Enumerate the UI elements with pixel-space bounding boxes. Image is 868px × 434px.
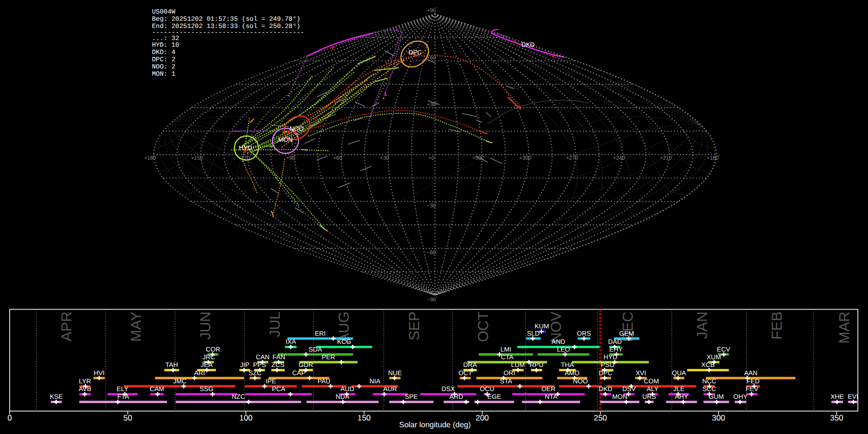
svg-text:+300°: +300°: [519, 155, 533, 161]
svg-text:QUA: QUA: [672, 369, 686, 377]
svg-text:FEB: FEB: [769, 312, 785, 339]
svg-text:DRA: DRA: [463, 361, 477, 368]
svg-text:ORI: ORI: [503, 369, 515, 377]
svg-text:100: 100: [239, 414, 253, 422]
svg-text:+90°: +90°: [427, 7, 437, 14]
svg-text:ORS: ORS: [577, 330, 591, 337]
svg-text:ECV: ECV: [717, 346, 730, 353]
svg-text:JLE: JLE: [673, 385, 684, 393]
svg-text:+150°: +150°: [191, 155, 204, 161]
svg-text:AND: AND: [552, 338, 566, 345]
svg-text:OCU: OCU: [480, 385, 494, 393]
svg-text:DPC: 2: DPC: 2: [152, 56, 176, 64]
svg-text:IPE: IPE: [266, 378, 276, 385]
svg-text:LYR: LYR: [79, 378, 92, 385]
svg-text:HYD: 10: HYD: 10: [152, 42, 179, 49]
svg-text:NIA: NIA: [369, 378, 380, 385]
svg-text:OCT: OCT: [475, 312, 491, 342]
svg-text:DSX: DSX: [442, 385, 455, 393]
svg-text:350: 350: [830, 414, 843, 422]
svg-text:SSG: SSG: [200, 385, 214, 393]
svg-text:GDR: GDR: [298, 361, 313, 368]
svg-text:+90°: +90°: [286, 155, 297, 161]
svg-text:CTA: CTA: [501, 353, 514, 361]
svg-text:NTA: NTA: [545, 393, 557, 400]
svg-text:MAY: MAY: [128, 312, 144, 342]
svg-text:EVI: EVI: [848, 393, 858, 400]
svg-text:+180°: +180°: [707, 155, 720, 161]
svg-text:MON: MON: [278, 136, 293, 143]
svg-text:Beg: 20251202 01:57:35 (sol =: Beg: 20251202 01:57:35 (sol = 249.78°): [152, 16, 300, 23]
svg-text:+240°: +240°: [613, 155, 626, 161]
svg-text:COR: COR: [206, 346, 220, 353]
svg-text:CAN: CAN: [256, 353, 270, 361]
svg-text:GEM: GEM: [619, 330, 634, 337]
svg-text:PSU: PSU: [601, 361, 614, 368]
svg-text:LUM: LUM: [511, 361, 525, 368]
svg-text:AUR: AUR: [383, 385, 397, 393]
svg-text:NOO: NOO: [289, 125, 304, 132]
svg-text:TAH: TAH: [165, 361, 178, 368]
svg-text:PCA: PCA: [272, 385, 285, 393]
svg-text:KCG: KCG: [337, 338, 351, 345]
svg-text:FAN: FAN: [272, 353, 285, 361]
svg-text:OER: OER: [542, 385, 556, 393]
svg-text:SDA: SDA: [309, 346, 322, 353]
svg-text:IXA: IXA: [285, 338, 296, 345]
svg-text:+180°: +180°: [144, 155, 158, 161]
svg-text:HVI: HVI: [94, 369, 105, 377]
svg-text:DKD: 4: DKD: 4: [152, 49, 176, 56]
svg-text:PAU: PAU: [318, 378, 331, 385]
svg-text:300: 300: [712, 414, 725, 422]
svg-text:ERI: ERI: [315, 330, 326, 337]
svg-text:MAR: MAR: [837, 312, 853, 344]
svg-text:NOO: 2: NOO: 2: [152, 64, 176, 71]
svg-text:+270°: +270°: [566, 155, 580, 161]
svg-text:NCC: NCC: [702, 378, 716, 385]
svg-text:XHE: XHE: [830, 393, 844, 400]
svg-text:JUL: JUL: [267, 312, 283, 337]
svg-text:DAD: DAD: [608, 338, 622, 345]
svg-text:XUM: XUM: [706, 353, 721, 361]
svg-text:200: 200: [475, 414, 489, 422]
svg-text:JIP: JIP: [240, 361, 250, 368]
svg-text:OHY: OHY: [733, 393, 747, 400]
svg-text:LEO: LEO: [557, 346, 570, 353]
svg-text:CAM: CAM: [150, 385, 164, 393]
svg-text:−90°: −90°: [427, 297, 437, 303]
svg-text:LMI: LMI: [501, 346, 512, 353]
svg-text:SEP: SEP: [407, 312, 422, 340]
svg-text:DKD: DKD: [521, 41, 534, 48]
svg-text:JUN: JUN: [198, 312, 214, 339]
svg-text:DKD: DKD: [599, 385, 613, 393]
svg-text:Solar longitude (deg): Solar longitude (deg): [399, 421, 471, 429]
svg-text:MON: 1: MON: 1: [152, 71, 176, 78]
svg-text:COM: COM: [644, 378, 659, 385]
svg-text:DPC: DPC: [408, 49, 421, 56]
svg-text:US004W: US004W: [152, 9, 176, 16]
svg-text:AAN: AAN: [744, 369, 758, 377]
svg-text:XVI: XVI: [636, 369, 646, 377]
svg-text:THA: THA: [561, 361, 574, 368]
svg-text:+30°: +30°: [380, 155, 391, 161]
svg-text:SPE: SPE: [405, 393, 418, 400]
svg-text:HYD: HYD: [239, 144, 252, 151]
svg-text:ARI: ARI: [194, 369, 205, 377]
svg-text:RPU: RPU: [529, 361, 543, 368]
svg-text:SLD: SLD: [527, 330, 540, 337]
svg-text:150: 150: [357, 414, 371, 422]
svg-text:+210°: +210°: [660, 155, 673, 161]
svg-text:0: 0: [7, 414, 12, 422]
svg-text:NUE: NUE: [388, 369, 402, 377]
svg-text:APR: APR: [59, 312, 75, 341]
svg-text:AUD: AUD: [340, 385, 354, 393]
svg-text:JMC: JMC: [173, 378, 187, 385]
svg-text:−30°: −30°: [427, 203, 437, 209]
svg-text:250: 250: [594, 414, 607, 422]
svg-text:JAN: JAN: [694, 312, 710, 339]
svg-text:EGE: EGE: [488, 393, 502, 400]
svg-text:PER: PER: [322, 353, 335, 361]
svg-text:KSE: KSE: [50, 393, 63, 400]
svg-text:+60°: +60°: [333, 155, 344, 161]
svg-text:KUM: KUM: [535, 323, 549, 330]
